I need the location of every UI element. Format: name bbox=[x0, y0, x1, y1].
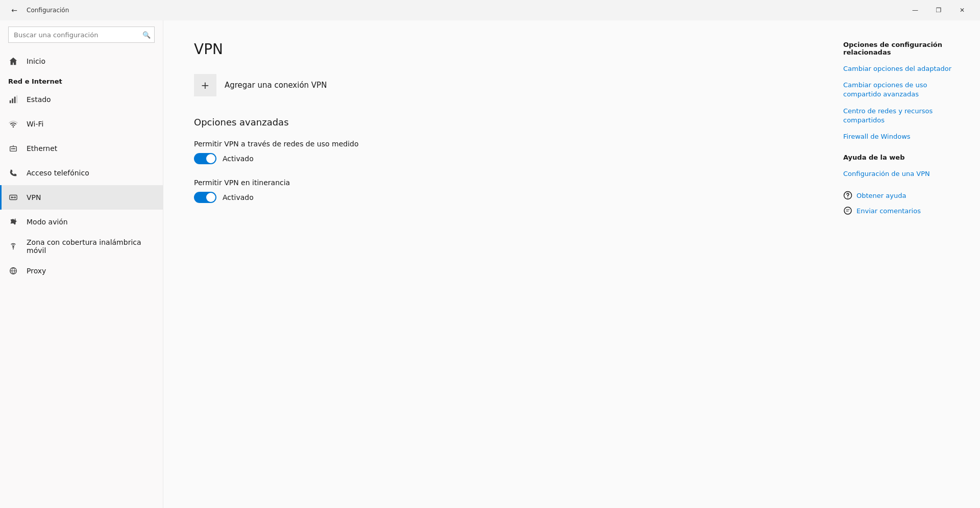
back-button[interactable]: ← bbox=[6, 2, 22, 18]
related-settings-title: Opciones de configuración relacionadas bbox=[843, 41, 964, 56]
sidebar-item-acceso[interactable]: Acceso telefónico bbox=[0, 161, 163, 185]
add-vpn-label: Agregar una conexión VPN bbox=[225, 81, 327, 90]
svg-rect-7 bbox=[14, 148, 15, 149]
status-icon bbox=[8, 94, 18, 105]
toggle2-toggle-row: Activado bbox=[194, 192, 796, 203]
svg-point-13 bbox=[847, 198, 848, 199]
toggle2-status: Activado bbox=[223, 193, 254, 201]
sidebar-item-zona[interactable]: Zona con cobertura inalámbrica móvil bbox=[0, 234, 163, 259]
svg-rect-0 bbox=[10, 100, 11, 103]
firewall-link[interactable]: Firewall de Windows bbox=[843, 132, 964, 141]
svg-point-9 bbox=[11, 196, 13, 198]
network-center-link[interactable]: Centro de redes y recursos compartidos bbox=[843, 107, 964, 125]
toggle1-label: Permitir VPN a través de redes de uso me… bbox=[194, 140, 796, 148]
titlebar-title: Configuración bbox=[27, 7, 903, 14]
phone-icon bbox=[8, 168, 18, 178]
help-text[interactable]: Obtener ayuda bbox=[856, 192, 906, 199]
svg-rect-1 bbox=[12, 98, 13, 103]
hotspot-icon bbox=[8, 241, 18, 251]
help-link-row[interactable]: Obtener ayuda bbox=[843, 191, 964, 200]
sidebar-item-inicio-label: Inicio bbox=[27, 57, 45, 65]
titlebar: ← Configuración — ❐ ✕ bbox=[0, 0, 980, 20]
vpn-icon bbox=[8, 192, 18, 202]
maximize-button[interactable]: ❐ bbox=[927, 2, 950, 18]
sidebar-section-label: Red e Internet bbox=[0, 73, 163, 87]
toggle1-toggle-row: Activado bbox=[194, 153, 796, 164]
sidebar-item-avion[interactable]: Modo avión bbox=[0, 210, 163, 234]
toggle2-label: Permitir VPN en itinerancia bbox=[194, 179, 796, 187]
window-controls: — ❐ ✕ bbox=[903, 2, 974, 18]
wifi-icon bbox=[8, 119, 18, 129]
proxy-icon bbox=[8, 266, 18, 276]
vpn-config-link[interactable]: Configuración de una VPN bbox=[843, 169, 964, 179]
toggle2-row: Permitir VPN en itinerancia Activado bbox=[194, 179, 796, 203]
search-icon: 🔍 bbox=[142, 31, 151, 39]
sidebar-item-ethernet-label: Ethernet bbox=[27, 144, 57, 153]
add-vpn-plus-icon: + bbox=[194, 74, 216, 96]
toggle1-status: Activado bbox=[223, 155, 254, 163]
sidebar-item-wifi[interactable]: Wi-Fi bbox=[0, 112, 163, 136]
sharing-options-link[interactable]: Cambiar opciones de uso compartido avanz… bbox=[843, 81, 964, 99]
sidebar-item-vpn-label: VPN bbox=[27, 193, 41, 201]
sidebar-item-ethernet[interactable]: Ethernet bbox=[0, 136, 163, 161]
sidebar-item-zona-label: Zona con cobertura inalámbrica móvil bbox=[27, 238, 155, 255]
right-panel: Opciones de configuración relacionadas C… bbox=[827, 20, 980, 508]
sidebar-item-acceso-label: Acceso telefónico bbox=[27, 169, 89, 177]
toggle1[interactable] bbox=[194, 153, 216, 164]
sidebar-item-avion-label: Modo avión bbox=[27, 218, 68, 226]
advanced-options-title: Opciones avanzadas bbox=[194, 117, 796, 128]
sidebar: 🔍 Inicio Red e Internet Estado bbox=[0, 20, 163, 508]
svg-point-10 bbox=[12, 246, 14, 248]
minimize-button[interactable]: — bbox=[903, 2, 927, 18]
svg-rect-5 bbox=[11, 148, 12, 149]
airplane-icon bbox=[8, 217, 18, 227]
feedback-text[interactable]: Enviar comentarios bbox=[856, 207, 921, 215]
sidebar-item-proxy[interactable]: Proxy bbox=[0, 259, 163, 283]
sidebar-item-proxy-label: Proxy bbox=[27, 267, 46, 275]
svg-rect-3 bbox=[16, 95, 17, 103]
close-button[interactable]: ✕ bbox=[950, 2, 974, 18]
app-container: 🔍 Inicio Red e Internet Estado bbox=[0, 20, 980, 508]
sidebar-item-inicio[interactable]: Inicio bbox=[0, 49, 163, 73]
page-title: VPN bbox=[194, 41, 796, 58]
adapter-options-link[interactable]: Cambiar opciones del adaptador bbox=[843, 64, 964, 73]
search-input[interactable] bbox=[8, 27, 155, 43]
sidebar-item-estado-label: Estado bbox=[27, 95, 51, 104]
add-vpn-button[interactable]: + Agregar una conexión VPN bbox=[194, 74, 796, 96]
feedback-icon bbox=[843, 206, 852, 215]
svg-rect-2 bbox=[14, 97, 16, 104]
main-content: VPN + Agregar una conexión VPN Opciones … bbox=[163, 20, 827, 508]
sidebar-item-wifi-label: Wi-Fi bbox=[27, 120, 43, 128]
home-icon bbox=[8, 56, 18, 66]
sidebar-item-vpn[interactable]: VPN bbox=[0, 185, 163, 210]
toggle1-row: Permitir VPN a través de redes de uso me… bbox=[194, 140, 796, 164]
search-container: 🔍 bbox=[8, 27, 155, 43]
ethernet-icon bbox=[8, 143, 18, 154]
svg-rect-6 bbox=[13, 148, 14, 149]
toggle2[interactable] bbox=[194, 192, 216, 203]
help-icon bbox=[843, 191, 852, 200]
sidebar-item-estado[interactable]: Estado bbox=[0, 87, 163, 112]
web-help-title: Ayuda de la web bbox=[843, 154, 964, 161]
feedback-link-row[interactable]: Enviar comentarios bbox=[843, 206, 964, 215]
